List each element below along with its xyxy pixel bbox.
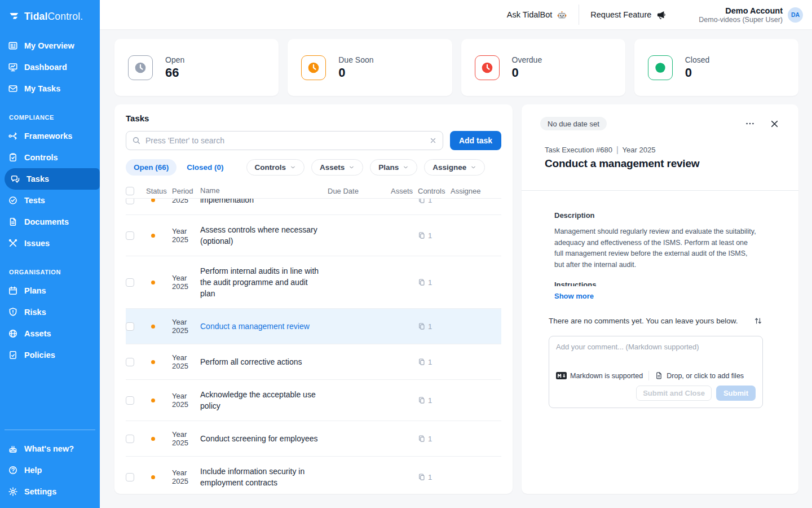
- filter-closed[interactable]: Closed (0): [183, 159, 227, 176]
- sidebar-item-my-tasks[interactable]: My Tasks: [0, 78, 100, 99]
- comment-box[interactable]: Markdown is supported Drop, or click to …: [549, 336, 763, 408]
- task-detail-title: Conduct a management review: [545, 157, 779, 170]
- task-name[interactable]: implementation: [200, 199, 328, 205]
- column-assets: Assets: [391, 187, 418, 195]
- chat-icon: [10, 174, 20, 184]
- table-row[interactable]: Year 2025 Conduct screening for employee…: [126, 421, 501, 457]
- task-name[interactable]: Conduct screening for employees: [200, 433, 328, 444]
- stat-card-open[interactable]: Open 66: [114, 39, 279, 96]
- filter-assignee[interactable]: Assignee: [424, 159, 485, 176]
- table-row[interactable]: Year 2025 Perform all corrective actions…: [126, 344, 501, 380]
- task-name[interactable]: Acknowledge the acceptable use policy: [200, 389, 328, 411]
- comment-input[interactable]: [556, 343, 756, 366]
- controls-icon: [8, 152, 18, 163]
- sidebar-item-documents[interactable]: Documents: [0, 211, 100, 233]
- controls-count: 1: [428, 473, 432, 481]
- status-dot: [151, 398, 155, 402]
- stat-card-closed[interactable]: Closed 0: [634, 39, 798, 96]
- row-checkbox[interactable]: [126, 278, 134, 287]
- markdown-hint: Markdown is supported: [570, 372, 643, 380]
- table-row[interactable]: Year 2025 Include information security i…: [126, 457, 501, 494]
- row-checkbox[interactable]: [126, 231, 134, 240]
- clock-icon: [307, 61, 320, 75]
- add-task-button[interactable]: Add task: [450, 131, 501, 150]
- row-checkbox[interactable]: [126, 435, 134, 443]
- filter-open[interactable]: Open (66): [126, 159, 176, 176]
- column-due-date: Due Date: [328, 187, 391, 195]
- ask-tidalbot-button[interactable]: Ask TidalBot: [496, 5, 579, 25]
- task-detail-panel: No due date set Task Execution #680 | Ye…: [522, 104, 798, 494]
- filter-plans[interactable]: Plans: [370, 159, 417, 176]
- circle-icon: [654, 61, 667, 75]
- search-input[interactable]: [145, 136, 425, 145]
- sidebar-item-issues[interactable]: Issues: [0, 233, 100, 254]
- row-checkbox[interactable]: [126, 322, 134, 331]
- clear-search-icon[interactable]: [429, 137, 437, 144]
- controls-count-icon: [418, 231, 426, 239]
- add-files-button[interactable]: Drop, or click to add files: [655, 371, 744, 380]
- column-assignee: Assignee: [451, 187, 501, 195]
- sidebar-item-dashboard[interactable]: Dashboard: [0, 56, 100, 78]
- task-name[interactable]: Include information security in employme…: [200, 466, 328, 488]
- search-box[interactable]: [126, 131, 443, 150]
- table-row[interactable]: 2025 implementation 1: [126, 199, 501, 215]
- sidebar-item-frameworks[interactable]: Frameworks: [0, 125, 100, 147]
- task-name[interactable]: Perform internal audits in line with the…: [200, 265, 328, 299]
- sort-comments-icon[interactable]: [753, 316, 763, 326]
- submit-and-close-button[interactable]: Submit and Close: [636, 386, 712, 401]
- tasks-panel-title: Tasks: [126, 113, 501, 123]
- request-feature-button[interactable]: Request Feature: [579, 5, 677, 25]
- task-name[interactable]: Conduct a management review: [200, 321, 328, 332]
- table-row[interactable]: Year 2025 Assess controls where necessar…: [126, 215, 501, 256]
- filter-controls[interactable]: Controls: [246, 159, 305, 176]
- sidebar-item-plans[interactable]: Plans: [0, 280, 100, 301]
- sidebar-item-policies[interactable]: Policies: [0, 344, 100, 366]
- avatar[interactable]: DA: [788, 7, 803, 23]
- table-header: Status Period Name Due Date Assets Contr…: [126, 183, 501, 199]
- table-row[interactable]: Year 2025 Acknowledge the acceptable use…: [126, 380, 501, 421]
- table-row[interactable]: Year 2025 Conduct a management review 1: [126, 309, 501, 344]
- help-icon: [8, 465, 18, 475]
- close-icon[interactable]: [770, 119, 779, 129]
- sidebar-item-tests[interactable]: Tests: [0, 190, 100, 211]
- stat-card-due-soon[interactable]: Due Soon 0: [288, 39, 452, 96]
- column-controls: Controls: [418, 187, 451, 195]
- tasks-panel: Tasks Add task Open (66) Closed (0) Cont…: [114, 104, 513, 494]
- more-options-icon[interactable]: [745, 119, 755, 129]
- controls-count: 1: [428, 199, 432, 204]
- table-body[interactable]: 2025 implementation 1 Year 2025 Assess c…: [126, 199, 501, 494]
- sidebar-item-controls[interactable]: Controls: [0, 147, 100, 168]
- submit-button[interactable]: Submit: [716, 386, 756, 401]
- sidebar-item-what-s-new[interactable]: What's new?: [0, 438, 100, 459]
- chevron-down-icon: [470, 164, 476, 170]
- sidebar-item-help[interactable]: Help: [0, 459, 100, 481]
- sidebar-item-tasks[interactable]: Tasks: [5, 168, 100, 190]
- task-name[interactable]: Perform all corrective actions: [200, 356, 328, 367]
- status-dot: [151, 325, 155, 329]
- sidebar-divider: [5, 430, 95, 430]
- filter-assets[interactable]: Assets: [311, 159, 363, 176]
- stat-value: 66: [165, 65, 184, 80]
- row-checkbox[interactable]: [126, 473, 134, 481]
- row-checkbox[interactable]: [126, 396, 134, 405]
- row-checkbox[interactable]: [126, 358, 134, 366]
- controls-count-icon: [418, 358, 426, 366]
- show-more-link[interactable]: Show more: [554, 292, 594, 300]
- stat-card-overdue[interactable]: Overdue 0: [461, 39, 625, 96]
- controls-count: 1: [428, 358, 432, 366]
- sidebar-item-assets[interactable]: Assets: [0, 323, 100, 344]
- select-all-checkbox[interactable]: [126, 187, 134, 195]
- table-row[interactable]: Year 2025 Perform internal audits in lin…: [126, 256, 501, 309]
- controls-count-icon: [418, 396, 426, 404]
- account-menu[interactable]: Demo Account Demo-videos (Super User) DA: [699, 6, 805, 24]
- task-name[interactable]: Assess controls where necessary (optiona…: [200, 224, 328, 247]
- account-subtitle: Demo-videos (Super User): [699, 16, 783, 24]
- stat-value: 0: [685, 65, 710, 80]
- row-checkbox[interactable]: [126, 199, 134, 204]
- sidebar-item-my-overview[interactable]: My Overview: [0, 35, 100, 56]
- sidebar-section-organisation: ORGANISATION: [0, 269, 100, 275]
- task-period: Year 2025: [172, 318, 200, 335]
- sidebar-item-risks[interactable]: Risks: [0, 301, 100, 323]
- sidebar-item-settings[interactable]: Settings: [0, 481, 100, 502]
- issues-icon: [8, 238, 18, 248]
